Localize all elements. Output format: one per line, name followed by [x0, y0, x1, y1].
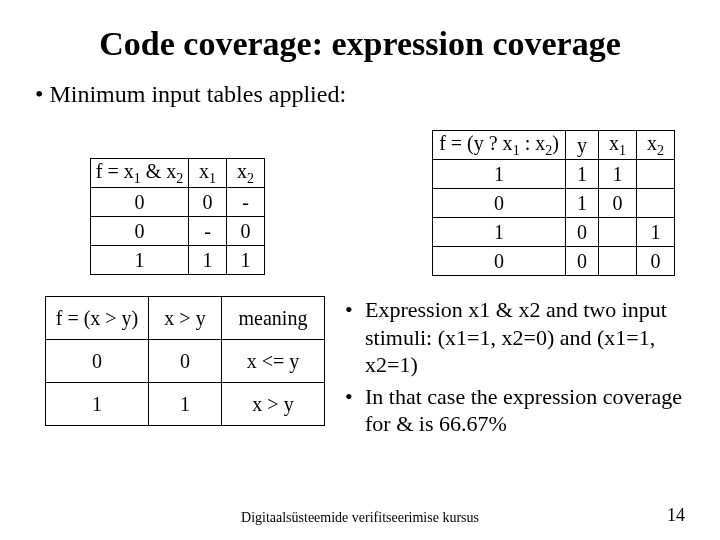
t2-h4: x2: [637, 131, 675, 160]
t2-h2: y: [566, 131, 599, 160]
t2-r1c3: 1: [599, 160, 637, 189]
t3-h1: f = (x > y): [46, 297, 149, 340]
t2-r2c2: 1: [566, 189, 599, 218]
t2-r2c4: [637, 189, 675, 218]
t2-r1c2: 1: [566, 160, 599, 189]
t1-r3c3: 1: [227, 246, 265, 275]
t1-h1: f = x1 & x2: [91, 159, 189, 188]
t2-h3: x1: [599, 131, 637, 160]
t2-r4c1: 0: [433, 247, 566, 276]
t2-r3c2: 0: [566, 218, 599, 247]
t2-r3c3: [599, 218, 637, 247]
lower-row: f = (x > y) x > y meaning 0 0 x <= y 1 1…: [35, 296, 685, 442]
t1-h2: x1: [189, 159, 227, 188]
t2-r3c1: 1: [433, 218, 566, 247]
t3-r2c1: 1: [46, 383, 149, 426]
t1-r3c2: 1: [189, 246, 227, 275]
t2-h1: f = (y ? x1 : x2): [433, 131, 566, 160]
t1-r2c1: 0: [91, 217, 189, 246]
t1-r2c2: -: [189, 217, 227, 246]
t3-r2c2: 1: [149, 383, 222, 426]
footer-text: Digitaalsüsteemide verifitseerimise kurs…: [0, 510, 720, 526]
bullet-dot: •: [345, 296, 365, 379]
t1-r1c2: 0: [189, 188, 227, 217]
table-ternary: f = (y ? x1 : x2) y x1 x2 1 1 1 0 1 0 1 …: [432, 130, 675, 276]
t2-r4c3: [599, 247, 637, 276]
explanation-bullets: • Expression x1 & x2 and two input stimu…: [345, 296, 685, 442]
t3-h2: x > y: [149, 297, 222, 340]
t1-r2c3: 0: [227, 217, 265, 246]
t2-r2c1: 0: [433, 189, 566, 218]
t3-r2c3: x > y: [222, 383, 325, 426]
t3-r1c3: x <= y: [222, 340, 325, 383]
t1-r3c1: 1: [91, 246, 189, 275]
table-compare: f = (x > y) x > y meaning 0 0 x <= y 1 1…: [45, 296, 325, 426]
tables-row: f = x1 & x2 x1 x2 0 0 - 0 - 0 1 1 1: [35, 130, 685, 276]
exp-bullet-2: In that case the expression coverage for…: [365, 383, 685, 438]
main-bullet: • Minimum input tables applied:: [35, 81, 685, 108]
table-and: f = x1 & x2 x1 x2 0 0 - 0 - 0 1 1 1: [90, 158, 265, 275]
t2-r4c4: 0: [637, 247, 675, 276]
slide-title: Code coverage: expression coverage: [35, 25, 685, 63]
t3-r1c1: 0: [46, 340, 149, 383]
t2-r4c2: 0: [566, 247, 599, 276]
t1-h3: x2: [227, 159, 265, 188]
bullet-dot: •: [345, 383, 365, 438]
t3-r1c2: 0: [149, 340, 222, 383]
t3-h3: meaning: [222, 297, 325, 340]
exp-bullet-1: Expression x1 & x2 and two input stimuli…: [365, 296, 685, 379]
main-bullet-text: Minimum input tables applied:: [49, 81, 346, 107]
t2-r1c4: [637, 160, 675, 189]
t2-r3c4: 1: [637, 218, 675, 247]
t2-r1c1: 1: [433, 160, 566, 189]
t1-r1c3: -: [227, 188, 265, 217]
t2-r2c3: 0: [599, 189, 637, 218]
t1-r1c1: 0: [91, 188, 189, 217]
page-number: 14: [667, 505, 685, 526]
